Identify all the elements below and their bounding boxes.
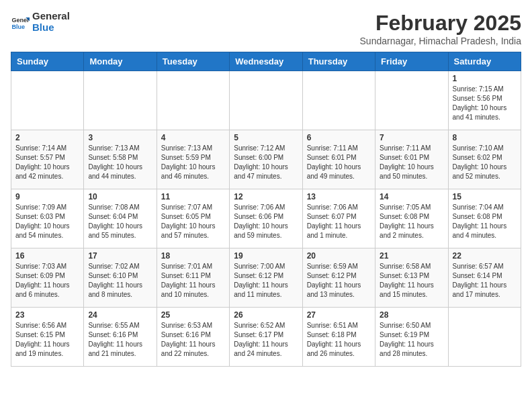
day-cell [230, 71, 302, 130]
day-number: 16 [15, 251, 79, 261]
day-number: 26 [234, 310, 298, 320]
day-cell [448, 308, 521, 367]
day-cell [11, 71, 84, 130]
day-cell [157, 71, 229, 130]
day-cell: 9Sunrise: 7:09 AM Sunset: 6:03 PM Daylig… [11, 189, 84, 248]
day-number: 5 [234, 133, 298, 142]
day-info: Sunrise: 7:07 AM Sunset: 6:05 PM Dayligh… [161, 203, 225, 240]
day-cell: 6Sunrise: 7:11 AM Sunset: 6:01 PM Daylig… [302, 130, 375, 189]
day-number: 1 [453, 74, 517, 83]
day-info: Sunrise: 7:14 AM Sunset: 5:57 PM Dayligh… [15, 144, 79, 181]
day-number: 22 [453, 251, 517, 261]
week-row-1: 2Sunrise: 7:14 AM Sunset: 5:57 PM Daylig… [11, 130, 521, 189]
day-number: 11 [161, 192, 225, 201]
day-info: Sunrise: 7:06 AM Sunset: 6:06 PM Dayligh… [234, 203, 298, 240]
weekday-header-row: SundayMondayTuesdayWednesdayThursdayFrid… [11, 52, 521, 71]
day-info: Sunrise: 7:13 AM Sunset: 5:59 PM Dayligh… [161, 144, 225, 181]
logo-blue: Blue [32, 22, 70, 34]
day-cell: 26Sunrise: 6:52 AM Sunset: 6:17 PM Dayli… [230, 308, 302, 367]
day-info: Sunrise: 7:03 AM Sunset: 6:09 PM Dayligh… [15, 262, 79, 300]
day-cell: 1Sunrise: 7:15 AM Sunset: 5:56 PM Daylig… [448, 71, 521, 130]
day-info: Sunrise: 7:06 AM Sunset: 6:07 PM Dayligh… [307, 203, 371, 240]
weekday-header-monday: Monday [84, 52, 157, 71]
weekday-header-saturday: Saturday [448, 52, 521, 71]
day-info: Sunrise: 6:57 AM Sunset: 6:14 PM Dayligh… [453, 262, 517, 300]
day-cell: 25Sunrise: 6:53 AM Sunset: 6:16 PM Dayli… [157, 308, 229, 367]
day-cell: 5Sunrise: 7:12 AM Sunset: 6:00 PM Daylig… [230, 130, 302, 189]
day-number: 7 [380, 133, 443, 142]
day-cell: 2Sunrise: 7:14 AM Sunset: 5:57 PM Daylig… [11, 130, 84, 189]
day-number: 3 [88, 133, 152, 142]
day-info: Sunrise: 6:58 AM Sunset: 6:13 PM Dayligh… [380, 262, 443, 300]
day-number: 6 [307, 133, 371, 142]
day-info: Sunrise: 7:11 AM Sunset: 6:01 PM Dayligh… [307, 144, 371, 181]
day-cell [84, 71, 157, 130]
day-info: Sunrise: 7:00 AM Sunset: 6:12 PM Dayligh… [234, 262, 298, 300]
day-cell: 28Sunrise: 6:50 AM Sunset: 6:19 PM Dayli… [375, 308, 448, 367]
day-cell: 27Sunrise: 6:51 AM Sunset: 6:18 PM Dayli… [302, 308, 375, 367]
day-info: Sunrise: 7:01 AM Sunset: 6:11 PM Dayligh… [161, 262, 225, 300]
day-number: 20 [307, 251, 371, 261]
location: Sundarnagar, Himachal Pradesh, India [360, 36, 521, 46]
logo: General Blue General Blue [11, 11, 70, 33]
week-row-4: 23Sunrise: 6:56 AM Sunset: 6:15 PM Dayli… [11, 308, 521, 367]
day-number: 14 [380, 192, 443, 201]
day-number: 12 [234, 192, 298, 201]
day-cell: 15Sunrise: 7:04 AM Sunset: 6:08 PM Dayli… [448, 189, 521, 248]
week-row-0: 1Sunrise: 7:15 AM Sunset: 5:56 PM Daylig… [11, 71, 521, 130]
weekday-header-friday: Friday [375, 52, 448, 71]
day-number: 2 [15, 133, 79, 142]
day-cell: 7Sunrise: 7:11 AM Sunset: 6:01 PM Daylig… [375, 130, 448, 189]
day-cell [375, 71, 448, 130]
day-cell: 24Sunrise: 6:55 AM Sunset: 6:16 PM Dayli… [84, 308, 157, 367]
week-row-3: 16Sunrise: 7:03 AM Sunset: 6:09 PM Dayli… [11, 248, 521, 308]
calendar-table: SundayMondayTuesdayWednesdayThursdayFrid… [11, 52, 521, 367]
day-cell: 14Sunrise: 7:05 AM Sunset: 6:08 PM Dayli… [375, 189, 448, 248]
day-number: 4 [161, 133, 225, 142]
day-cell: 18Sunrise: 7:01 AM Sunset: 6:11 PM Dayli… [157, 248, 229, 308]
day-info: Sunrise: 6:50 AM Sunset: 6:19 PM Dayligh… [380, 321, 443, 359]
day-cell: 10Sunrise: 7:08 AM Sunset: 6:04 PM Dayli… [84, 189, 157, 248]
page-header: General Blue General Blue February 2025 … [11, 11, 521, 46]
day-info: Sunrise: 7:05 AM Sunset: 6:08 PM Dayligh… [380, 203, 443, 240]
weekday-header-sunday: Sunday [11, 52, 84, 71]
logo-icon: General Blue [11, 13, 30, 32]
day-number: 24 [88, 310, 152, 320]
day-cell: 20Sunrise: 6:59 AM Sunset: 6:12 PM Dayli… [302, 248, 375, 308]
day-info: Sunrise: 7:12 AM Sunset: 6:00 PM Dayligh… [234, 144, 298, 181]
day-info: Sunrise: 7:04 AM Sunset: 6:08 PM Dayligh… [453, 203, 517, 240]
day-number: 17 [88, 251, 152, 261]
logo-general: General [32, 11, 70, 22]
day-cell: 8Sunrise: 7:10 AM Sunset: 6:02 PM Daylig… [448, 130, 521, 189]
day-info: Sunrise: 6:55 AM Sunset: 6:16 PM Dayligh… [88, 321, 152, 359]
day-info: Sunrise: 7:08 AM Sunset: 6:04 PM Dayligh… [88, 203, 152, 240]
month-year: February 2025 [360, 11, 521, 36]
day-info: Sunrise: 7:02 AM Sunset: 6:10 PM Dayligh… [88, 262, 152, 300]
day-info: Sunrise: 6:53 AM Sunset: 6:16 PM Dayligh… [161, 321, 225, 359]
day-cell: 13Sunrise: 7:06 AM Sunset: 6:07 PM Dayli… [302, 189, 375, 248]
weekday-header-wednesday: Wednesday [230, 52, 302, 71]
day-number: 25 [161, 310, 225, 320]
title-block: February 2025 Sundarnagar, Himachal Prad… [360, 11, 521, 46]
day-cell: 21Sunrise: 6:58 AM Sunset: 6:13 PM Dayli… [375, 248, 448, 308]
day-cell: 22Sunrise: 6:57 AM Sunset: 6:14 PM Dayli… [448, 248, 521, 308]
day-cell: 11Sunrise: 7:07 AM Sunset: 6:05 PM Dayli… [157, 189, 229, 248]
day-info: Sunrise: 6:52 AM Sunset: 6:17 PM Dayligh… [234, 321, 298, 359]
day-info: Sunrise: 7:09 AM Sunset: 6:03 PM Dayligh… [15, 203, 79, 240]
day-info: Sunrise: 7:13 AM Sunset: 5:58 PM Dayligh… [88, 144, 152, 181]
svg-text:Blue: Blue [11, 23, 25, 30]
day-info: Sunrise: 6:56 AM Sunset: 6:15 PM Dayligh… [15, 321, 79, 359]
day-info: Sunrise: 7:11 AM Sunset: 6:01 PM Dayligh… [380, 144, 443, 181]
day-number: 9 [15, 192, 79, 201]
day-info: Sunrise: 7:10 AM Sunset: 6:02 PM Dayligh… [453, 144, 517, 181]
day-cell: 23Sunrise: 6:56 AM Sunset: 6:15 PM Dayli… [11, 308, 84, 367]
day-cell: 19Sunrise: 7:00 AM Sunset: 6:12 PM Dayli… [230, 248, 302, 308]
day-info: Sunrise: 6:51 AM Sunset: 6:18 PM Dayligh… [307, 321, 371, 359]
week-row-2: 9Sunrise: 7:09 AM Sunset: 6:03 PM Daylig… [11, 189, 521, 248]
day-number: 10 [88, 192, 152, 201]
day-number: 21 [380, 251, 443, 261]
weekday-header-thursday: Thursday [302, 52, 375, 71]
day-cell: 16Sunrise: 7:03 AM Sunset: 6:09 PM Dayli… [11, 248, 84, 308]
day-cell: 17Sunrise: 7:02 AM Sunset: 6:10 PM Dayli… [84, 248, 157, 308]
day-number: 19 [234, 251, 298, 261]
